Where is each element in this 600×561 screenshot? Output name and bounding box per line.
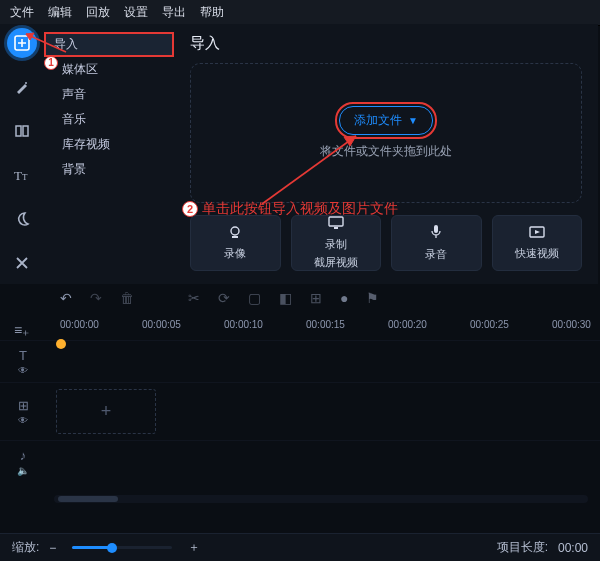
zoom-out-button[interactable]: − (49, 541, 56, 555)
timeline-area: ↶ ↷ 🗑 ✂ ⟳ ▢ ◧ ⊞ ● ⚑ 00:00:00 00:00:05 00… (0, 284, 600, 533)
titles-icon: TT (14, 167, 30, 183)
annotation-text-2: 单击此按钮导入视频及图片文件 (202, 200, 398, 218)
menu-bar: 文件 编辑 回放 设置 导出 帮助 (0, 0, 600, 26)
record-screen-label-a: 录制 (325, 237, 347, 252)
track-audio[interactable]: ♪ 🔈 (0, 440, 600, 482)
ruler-tick: 00:00:15 (306, 319, 345, 330)
tree-root-import[interactable]: 导入 (44, 32, 174, 57)
time-ruler[interactable]: 00:00:00 00:00:05 00:00:10 00:00:15 00:0… (46, 312, 600, 336)
video-track-icon: ⊞ (18, 398, 29, 413)
svg-rect-10 (434, 225, 438, 233)
import-panel: 导入 添加文件 ▼ 将文件或文件夹拖到此处 录像 录制 截屏视频 录音 (174, 24, 598, 284)
visibility-icon[interactable]: 👁 (18, 365, 28, 376)
svg-point-6 (231, 227, 239, 235)
rotate-button[interactable]: ⟳ (218, 290, 230, 306)
track-head-audio: ♪ 🔈 (0, 448, 46, 476)
wand-icon (14, 79, 30, 95)
menu-edit[interactable]: 编辑 (48, 4, 72, 21)
rail-moretools-button[interactable] (7, 248, 37, 278)
record-audio-button[interactable]: 录音 (391, 215, 482, 271)
transition-icon (14, 123, 30, 139)
tools-cross-icon (14, 255, 30, 271)
chevron-down-icon: ▼ (408, 115, 418, 126)
scrollbar-thumb[interactable] (58, 496, 118, 502)
clip-props-button[interactable]: ⊞ (310, 290, 322, 306)
record-screen-label-b: 截屏视频 (314, 255, 358, 270)
playhead[interactable] (56, 339, 66, 349)
delete-button[interactable]: 🗑 (120, 290, 134, 306)
quick-video-button[interactable]: 快速视频 (492, 215, 583, 271)
timeline-toolbar: ↶ ↷ 🗑 ✂ ⟳ ▢ ◧ ⊞ ● ⚑ (0, 284, 600, 312)
capture-tools-row: 录像 录制 截屏视频 录音 快速视频 (190, 215, 582, 271)
tracks: T 👁 ⊞ 👁 + ♪ 🔈 (0, 340, 600, 482)
mute-icon[interactable]: 🔈 (17, 465, 29, 476)
svg-rect-3 (23, 126, 28, 136)
undo-button[interactable]: ↶ (60, 290, 72, 306)
quick-video-icon (528, 225, 546, 243)
microphone-icon (429, 224, 443, 244)
crop-button[interactable]: ▢ (248, 290, 261, 306)
tree-item-stockvideo[interactable]: 库存视频 (44, 132, 174, 157)
menu-settings[interactable]: 设置 (124, 4, 148, 21)
visibility-icon[interactable]: 👁 (18, 415, 28, 426)
menu-export[interactable]: 导出 (162, 4, 186, 21)
tree-item-sound[interactable]: 声音 (44, 82, 174, 107)
record-camera-label: 录像 (224, 246, 246, 261)
record-screen-button[interactable]: 录制 截屏视频 (291, 215, 382, 271)
screen-icon (327, 216, 345, 234)
rail-stickers-button[interactable] (7, 204, 37, 234)
svg-rect-9 (334, 227, 338, 229)
svg-text:T: T (14, 168, 22, 183)
menu-playback[interactable]: 回放 (86, 4, 110, 21)
ruler-tick: 00:00:25 (470, 319, 509, 330)
svg-rect-2 (16, 126, 21, 136)
ruler-tick: 00:00:20 (388, 319, 427, 330)
drop-hint-text: 将文件或文件夹拖到此处 (320, 143, 452, 160)
rail-transitions-button[interactable] (7, 116, 37, 146)
rail-titles-button[interactable]: TT (7, 160, 37, 190)
media-tree: 导入 媒体区 声音 音乐 库存视频 背景 (44, 24, 174, 284)
track-titles[interactable]: T 👁 (0, 340, 600, 382)
import-plus-icon (14, 35, 30, 51)
tree-item-background[interactable]: 背景 (44, 157, 174, 182)
add-track-button[interactable]: ≡₊ (14, 322, 29, 338)
svg-rect-7 (232, 236, 238, 238)
add-file-label: 添加文件 (354, 112, 402, 129)
svg-point-1 (25, 82, 27, 84)
empty-clip-slot[interactable]: + (56, 389, 156, 434)
color-button[interactable]: ◧ (279, 290, 292, 306)
add-file-button[interactable]: 添加文件 ▼ (339, 106, 433, 135)
tree-item-media[interactable]: 媒体区 (44, 57, 174, 82)
menu-help[interactable]: 帮助 (200, 4, 224, 21)
project-length-label: 项目长度: (497, 539, 548, 556)
ruler-tick: 00:00:30 (552, 319, 591, 330)
record-camera-button[interactable]: 录像 (190, 215, 281, 271)
track-head-video: ⊞ 👁 (0, 398, 46, 426)
record-audio-label: 录音 (425, 247, 447, 262)
rail-filters-button[interactable] (7, 72, 37, 102)
status-bar: 缩放: − ＋ 项目长度: 00:00 (0, 533, 600, 561)
ruler-tick: 00:00:00 (60, 319, 99, 330)
marker-button[interactable]: ⚑ (366, 290, 379, 306)
svg-text:T: T (22, 172, 28, 182)
zoom-label: 缩放: (12, 539, 39, 556)
menu-file[interactable]: 文件 (10, 4, 34, 21)
timeline-scrollbar[interactable] (54, 495, 588, 503)
annotation-badge-2: 2 (182, 201, 198, 217)
zoom-slider-thumb[interactable] (107, 543, 117, 553)
drop-zone[interactable]: 添加文件 ▼ 将文件或文件夹拖到此处 (190, 63, 582, 203)
track-video[interactable]: ⊞ 👁 + (0, 382, 600, 440)
moon-icon (14, 211, 30, 227)
rail-import-button[interactable] (7, 28, 37, 58)
zoom-in-button[interactable]: ＋ (188, 539, 200, 556)
record-vo-button[interactable]: ● (340, 290, 348, 306)
side-rail: TT (0, 24, 44, 284)
tree-item-music[interactable]: 音乐 (44, 107, 174, 132)
zoom-slider[interactable] (72, 546, 172, 549)
project-length-value: 00:00 (558, 541, 588, 555)
track-head-titles: T 👁 (0, 348, 46, 376)
panel-title: 导入 (190, 34, 582, 53)
redo-button[interactable]: ↷ (90, 290, 102, 306)
svg-rect-8 (329, 217, 343, 226)
cut-button[interactable]: ✂ (188, 290, 200, 306)
